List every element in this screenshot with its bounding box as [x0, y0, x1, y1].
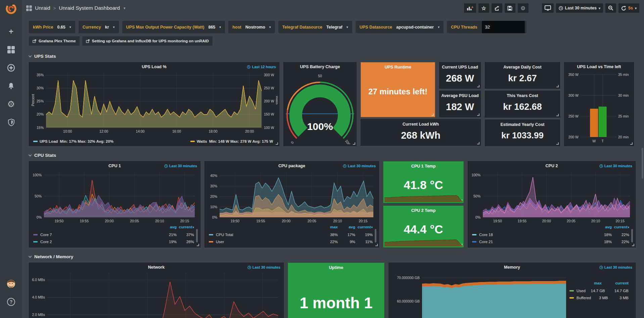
legend-scrollbar[interactable]: [196, 229, 198, 242]
link-ups-monitoring-guide[interactable]: Setting up Grafana and InfluxDB for UPS …: [82, 36, 213, 46]
panel-time-range[interactable]: Last 30 minutes: [164, 164, 197, 168]
panel-time-range[interactable]: Last 12 hours: [247, 65, 276, 69]
variable-ups-datasource[interactable]: UPS Datasource apcupsd-container ▾: [356, 21, 444, 33]
section-ups-stats[interactable]: UPS Stats: [29, 52, 636, 60]
legend-series-name[interactable]: Core 21: [472, 240, 594, 244]
variable-currency[interactable]: Currency kr ▾: [79, 21, 119, 33]
refresh-picker[interactable]: 5s ▾: [618, 3, 639, 13]
legend-series-name[interactable]: Used: [569, 289, 586, 293]
create-plus-icon[interactable]: +: [4, 25, 18, 38]
svg-text:350 W: 350 W: [568, 73, 579, 77]
legend-col-current[interactable]: current: [602, 281, 629, 287]
section-network-memory[interactable]: Network / Memory: [29, 252, 636, 261]
clock-icon: [247, 65, 250, 69]
svg-text:10%: 10%: [210, 205, 217, 209]
stat-title[interactable]: CPU 1 Temp: [383, 164, 463, 169]
breadcrumb-caret-icon[interactable]: ▾: [124, 6, 126, 10]
legend-series-name[interactable]: Core 18: [472, 233, 594, 237]
share-dashboard-button[interactable]: [492, 3, 502, 13]
cpu-threads-input[interactable]: 32: [482, 21, 525, 33]
svg-text:20:15: 20:15: [180, 219, 189, 223]
legend-col-avg[interactable]: avg: [159, 225, 177, 231]
legend-scrollbar[interactable]: [631, 229, 633, 242]
time-range-label: Last 30 minutes: [565, 6, 597, 10]
time-range-picker[interactable]: Last 30 minutes ▾: [556, 3, 603, 13]
panel-time-range[interactable]: Last 30 minutes: [599, 265, 632, 269]
svg-text:19:50: 19:50: [231, 219, 239, 223]
breadcrumb-app[interactable]: Unraid: [35, 5, 50, 11]
dashboards-grid-icon[interactable]: [4, 43, 18, 56]
legend-series-name[interactable]: CPU Total: [209, 233, 320, 237]
panel-time-range[interactable]: Last 30 minutes: [599, 164, 632, 168]
panel-cpu-2: CPU 2 Last 30 minutes 0%50%100%19:5019:5…: [468, 161, 636, 247]
panel-title[interactable]: UPS Load vs Time left: [564, 64, 634, 69]
explore-compass-icon[interactable]: [4, 61, 18, 75]
cpu-package-chart[interactable]: 0%10%20%30%40%19:5019:5520:0020:0520:102…: [206, 170, 377, 223]
cpu1-chart[interactable]: 0%50%100%19:5019:5520:0020:0520:1020:15: [31, 170, 199, 223]
stat-title[interactable]: Average PSU Load: [440, 93, 480, 98]
legend-col-current[interactable]: current: [177, 225, 194, 231]
panel-title[interactable]: Network: [29, 265, 283, 270]
panel-title[interactable]: UPS Load %: [29, 64, 279, 69]
legend-series-name[interactable]: Buffered: [569, 296, 591, 300]
stat-title[interactable]: Estimated Yearly Cost: [485, 122, 560, 127]
memory-chart[interactable]: 50.000000 GB60.000000 GB70.000000 GB: [390, 271, 569, 318]
page-scrollbar-thumb[interactable]: [642, 148, 643, 179]
legend-col-max[interactable]: max: [320, 225, 338, 231]
apps-grid-icon[interactable]: [26, 5, 32, 11]
legend-col-avg[interactable]: avg: [594, 225, 612, 231]
legend-series-name[interactable]: Watts: [197, 139, 207, 143]
legend-col-avg[interactable]: avg: [338, 225, 355, 231]
variable-host[interactable]: host Nostromo ▾: [228, 21, 275, 33]
panel-title[interactable]: UPS Battery Charge: [284, 64, 356, 69]
legend-col-current[interactable]: current: [612, 225, 629, 231]
stat-title[interactable]: CPU 2 Temp: [383, 208, 463, 213]
legend-col-current[interactable]: current: [355, 225, 373, 231]
ups-load-vs-time-chart[interactable]: 200 W20 min250 W25 min300 W30 min350 W35…: [564, 71, 634, 144]
section-cpu-stats[interactable]: CPU Stats: [29, 151, 636, 160]
panel-time-range[interactable]: Last 30 minutes: [343, 164, 376, 168]
stat-title[interactable]: UPS Runtime: [361, 65, 435, 70]
user-avatar[interactable]: [4, 277, 18, 290]
help-circle-icon[interactable]: ?: [4, 295, 18, 309]
breadcrumb-page-title[interactable]: Unraid System Dashboard: [59, 5, 120, 11]
svg-text:100%: 100%: [33, 173, 42, 177]
dashboard-submenu: kWh Price 0.65 ▾ Currency kr ▾ UPS Max O…: [22, 16, 644, 46]
legend-scrollbar[interactable]: [375, 229, 376, 242]
variable-label: UPS Datasource: [360, 25, 392, 30]
grafana-logo-icon[interactable]: [5, 3, 17, 16]
network-chart[interactable]: 2.0 MBs4.0 MBs6.0 MBs: [31, 271, 282, 318]
panel-title[interactable]: Memory: [389, 265, 635, 270]
stat-title[interactable]: Uptime: [288, 265, 384, 270]
stat-title[interactable]: Average Daily Cost: [485, 65, 560, 70]
legend-series-name[interactable]: Core 2: [33, 240, 159, 244]
stat-title[interactable]: Current UPS Load: [440, 65, 480, 70]
cpu2-chart[interactable]: 0%50%100%19:5019:5520:0020:0520:1020:15: [469, 170, 634, 223]
stat-value: kr 162.68: [485, 98, 560, 117]
variable-ups-max-power[interactable]: UPS Max Output Power Capacity (Watt) 865…: [122, 21, 225, 33]
zoom-out-button[interactable]: [605, 3, 616, 13]
admin-shield-icon[interactable]: [4, 116, 18, 129]
variable-value: Telegraf: [326, 25, 342, 30]
variable-kwh-price[interactable]: kWh Price 0.65 ▾: [29, 21, 75, 33]
battery-gauge[interactable]: 02050100100%: [284, 71, 356, 144]
panel-time-range[interactable]: Last 30 minutes: [247, 265, 280, 269]
refresh-caret-icon: ▾: [635, 6, 637, 10]
dashboard-settings-button[interactable]: ⚙: [518, 3, 528, 13]
configuration-gear-icon[interactable]: ⚙: [4, 97, 18, 111]
legend-series-name[interactable]: Core 7: [33, 233, 159, 237]
link-grafana-plex-theme[interactable]: Grafana Plex Theme: [29, 36, 80, 46]
legend-series-name[interactable]: User: [209, 240, 320, 244]
legend-col-max[interactable]: max: [580, 281, 602, 287]
stat-title[interactable]: This Years Cost: [485, 93, 560, 98]
variable-telegraf-datasource[interactable]: Telegraf Datasource Telegraf ▾: [278, 21, 352, 33]
mark-favorite-button[interactable]: ☆: [478, 3, 489, 13]
stat-title[interactable]: Current Load kWh: [361, 122, 480, 127]
legend-series-name[interactable]: UPS Load: [40, 139, 58, 143]
add-panel-button[interactable]: +: [464, 3, 476, 13]
save-dashboard-button[interactable]: [505, 3, 515, 13]
cycle-view-button[interactable]: [542, 3, 554, 13]
svg-text:0%: 0%: [475, 215, 480, 219]
alerting-bell-icon[interactable]: [4, 79, 18, 93]
ups-load-chart[interactable]: 15%20%25%30%35%100 W150 W200 W250 W300 W…: [31, 71, 278, 134]
